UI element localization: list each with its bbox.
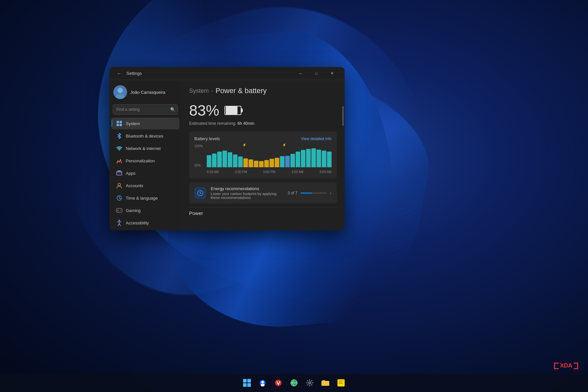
- sidebar-item-gaming[interactable]: Gaming: [111, 204, 179, 216]
- sidebar-item-privacy[interactable]: Privacy & security: [111, 229, 179, 230]
- system-icon: [116, 120, 122, 127]
- chart-x-9am2: 9:00 AM: [319, 170, 332, 174]
- taskbar: [0, 374, 588, 392]
- energy-count: 3 of 7: [287, 191, 297, 195]
- breadcrumb-parent[interactable]: System: [189, 88, 209, 94]
- personalization-icon: [116, 157, 122, 164]
- marker-plug-icon: ⚡: [282, 143, 286, 147]
- energy-meta: 3 of 7 ›: [287, 190, 332, 196]
- energy-progress-bar: [301, 192, 327, 194]
- windows-logo-icon: [243, 379, 251, 387]
- chart-y-labels: 100% 50%: [194, 144, 207, 167]
- svg-rect-37: [338, 381, 344, 381]
- energy-desc: Lower your carbon footprint by applying …: [211, 192, 283, 200]
- svg-rect-38: [338, 382, 342, 383]
- battery-fill: [226, 106, 237, 114]
- sidebar-item-accessibility[interactable]: Accessibility: [111, 217, 179, 229]
- svg-rect-6: [120, 124, 122, 126]
- sidebar-item-personalization[interactable]: Personalization: [111, 155, 179, 167]
- battery-icon: [224, 106, 241, 115]
- apps-label: Apps: [126, 171, 136, 176]
- xda-bracket-right: [574, 363, 578, 369]
- user-name: João Carrasqueira: [130, 90, 165, 95]
- start-button[interactable]: [240, 376, 253, 389]
- breadcrumb-chevron-icon: ›: [211, 88, 213, 93]
- sidebar-item-system[interactable]: System: [111, 118, 179, 129]
- svg-point-1: [118, 88, 123, 93]
- svg-point-30: [261, 381, 264, 384]
- gaming-label: Gaming: [126, 208, 141, 213]
- search-input[interactable]: [113, 104, 178, 115]
- sidebar: João Carrasqueira 🔍 System: [109, 80, 181, 230]
- chat-icon[interactable]: [256, 376, 269, 389]
- bluetooth-label: Bluetooth & devices: [126, 134, 163, 139]
- title-bar: ← Settings ─ □ ✕: [109, 67, 345, 80]
- chart-markers: ⚡ ⚡: [207, 144, 332, 167]
- svg-point-11: [118, 183, 121, 186]
- energy-recommendations[interactable]: Energy recommendations Lower your carbon…: [189, 182, 337, 204]
- accessibility-icon: [116, 220, 122, 226]
- accounts-label: Accounts: [126, 183, 143, 188]
- xda-watermark: XDA: [554, 362, 578, 369]
- energy-progress-fill: [301, 192, 312, 194]
- sidebar-item-network[interactable]: Network & internet: [111, 142, 179, 154]
- view-detailed-info-link[interactable]: View detailed info: [301, 137, 332, 141]
- chart-area: 100% 50% 9:00 AM 3:00 PM 9:00 PM 3:00 AM…: [194, 144, 332, 174]
- close-button[interactable]: ✕: [324, 68, 339, 79]
- energy-text: Energy recommendations Lower your carbon…: [211, 186, 283, 200]
- back-button[interactable]: ←: [115, 69, 124, 78]
- time-icon: [116, 195, 122, 201]
- svg-point-35: [309, 382, 311, 384]
- bluetooth-icon: [116, 133, 122, 139]
- chart-x-labels: 9:00 AM 3:00 PM 9:00 PM 3:00 AM 9:00 AM: [207, 170, 332, 174]
- power-section-title: Power: [189, 207, 337, 217]
- search-icon: 🔍: [170, 107, 175, 112]
- xda-bracket-left: [554, 363, 559, 369]
- user-profile[interactable]: João Carrasqueira: [109, 83, 181, 103]
- sidebar-item-accounts[interactable]: Accounts: [111, 180, 179, 191]
- system-label: System: [126, 121, 140, 126]
- estimated-label: Estimated time remaining:: [189, 121, 237, 126]
- scroll-indicator[interactable]: [342, 106, 344, 126]
- svg-point-7: [119, 150, 120, 151]
- breadcrumb-current: Power & battery: [216, 87, 267, 95]
- energy-title: Energy recommendations: [211, 186, 283, 191]
- sidebar-item-bluetooth[interactable]: Bluetooth & devices: [111, 130, 179, 142]
- svg-line-23: [118, 224, 119, 226]
- energy-icon: [194, 187, 206, 199]
- chart-x-3am: 3:00 AM: [291, 170, 303, 174]
- sidebar-item-time[interactable]: Time & language: [111, 192, 179, 204]
- maximize-button[interactable]: □: [309, 68, 324, 79]
- personalization-label: Personalization: [126, 158, 155, 163]
- window-title: Settings: [126, 71, 290, 76]
- settings-window: ← Settings ─ □ ✕ João Carrasqueira: [109, 67, 345, 230]
- vivaldi-icon[interactable]: [272, 376, 285, 389]
- settings-taskbar-icon[interactable]: [303, 376, 316, 389]
- globe-icon[interactable]: [287, 376, 301, 389]
- energy-chevron-icon: ›: [330, 190, 332, 196]
- svg-point-31: [261, 384, 265, 386]
- network-label: Network & internet: [126, 146, 161, 151]
- svg-point-19: [121, 210, 122, 211]
- search-box: 🔍: [113, 104, 178, 115]
- svg-rect-36: [337, 379, 345, 386]
- sidebar-item-apps[interactable]: Apps: [111, 167, 179, 179]
- network-icon: [116, 145, 122, 152]
- accessibility-label: Accessibility: [126, 220, 149, 225]
- apps-icon: [116, 170, 122, 176]
- breadcrumb: System › Power & battery: [189, 87, 337, 95]
- svg-rect-8: [117, 172, 122, 175]
- svg-point-20: [119, 220, 120, 221]
- chart-x-9am: 9:00 AM: [207, 170, 219, 174]
- avatar: [113, 85, 127, 99]
- svg-rect-9: [118, 171, 121, 172]
- chart-header: Battery levels View detailed info: [194, 136, 332, 141]
- folder-icon[interactable]: [319, 376, 332, 389]
- svg-line-14: [119, 198, 121, 199]
- minimize-button[interactable]: ─: [293, 68, 308, 79]
- estimated-time: Estimated time remaining: 6h 40min: [189, 121, 337, 126]
- sticky-notes-icon[interactable]: [335, 376, 348, 389]
- marker-unplug-icon: ⚡: [242, 143, 246, 147]
- battery-status: 83%: [189, 102, 337, 119]
- window-body: João Carrasqueira 🔍 System: [109, 80, 345, 230]
